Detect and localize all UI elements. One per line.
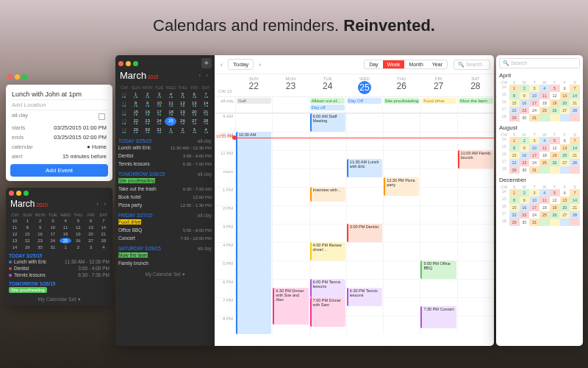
mini-day[interactable]: 11 bbox=[539, 92, 550, 99]
mini-day[interactable]: 9 bbox=[520, 144, 530, 152]
day-cell[interactable]: 15 bbox=[21, 231, 33, 237]
mini-day[interactable]: 2 bbox=[520, 137, 530, 144]
mini-day[interactable] bbox=[560, 166, 570, 174]
mini-day[interactable]: 17 bbox=[529, 204, 539, 211]
time-cell[interactable] bbox=[457, 169, 494, 187]
allday-event[interactable]: Day off bbox=[310, 105, 345, 110]
day-cell[interactable]: 13 bbox=[118, 117, 130, 126]
mini-day[interactable]: 14 bbox=[570, 144, 580, 152]
time-cell[interactable] bbox=[235, 113, 272, 132]
mini-day[interactable]: 24 bbox=[529, 211, 539, 219]
time-cell[interactable] bbox=[272, 169, 309, 187]
day-cell[interactable]: 15 bbox=[130, 108, 142, 117]
mini-day[interactable]: 31 bbox=[529, 114, 539, 121]
day-cell[interactable]: 10 bbox=[9, 218, 21, 224]
allday-cell[interactable]: Site proofreading bbox=[382, 97, 421, 113]
mini-day[interactable]: 22 bbox=[509, 211, 520, 219]
mini-day[interactable]: 31 bbox=[529, 166, 539, 174]
calendar-event[interactable]: 11:00 AM Family brunch bbox=[458, 150, 493, 169]
mini-day[interactable]: 6 bbox=[560, 137, 570, 144]
day-cell[interactable]: 26 bbox=[72, 238, 84, 244]
day-cell[interactable]: 14 bbox=[9, 244, 21, 250]
mini-day[interactable]: 21 bbox=[570, 204, 580, 211]
day-cell[interactable]: 6 bbox=[188, 91, 200, 99]
allday-cell[interactable]: Day Off bbox=[345, 97, 382, 113]
event-title-input[interactable]: Lunch with John at 1pm bbox=[10, 89, 108, 100]
day-cell[interactable]: 23 bbox=[35, 238, 46, 244]
day-cell[interactable]: 14 bbox=[118, 126, 130, 135]
mini-day[interactable]: 17 bbox=[529, 99, 539, 107]
mini-day[interactable]: 23 bbox=[520, 159, 530, 166]
mini-day[interactable]: 28 bbox=[570, 159, 580, 166]
time-cell[interactable] bbox=[383, 224, 420, 242]
mini-day[interactable]: 26 bbox=[550, 159, 560, 166]
allday-tag[interactable]: Mow the lawn bbox=[118, 252, 148, 258]
event-row[interactable]: Tennis lessons6:30 - 7:00 PM bbox=[118, 160, 212, 168]
mini-day[interactable]: 28 bbox=[570, 107, 580, 114]
event-row[interactable]: Office BBQ5:00 - 6:00 PM bbox=[118, 226, 212, 234]
day-cell[interactable]: 21 bbox=[200, 108, 212, 117]
mini-day[interactable]: 30 bbox=[520, 166, 530, 174]
time-cell[interactable] bbox=[272, 224, 309, 242]
day-cell[interactable]: 4 bbox=[98, 244, 110, 250]
mini-day[interactable]: 4 bbox=[539, 189, 550, 197]
day-cell[interactable]: 22 bbox=[130, 117, 142, 126]
day-cell[interactable]: 12 bbox=[9, 231, 21, 237]
allday-cell[interactable]: Golf bbox=[235, 97, 272, 113]
time-cell[interactable] bbox=[420, 132, 456, 150]
time-cell[interactable] bbox=[346, 316, 383, 334]
time-cell[interactable] bbox=[420, 224, 456, 242]
mini-day[interactable]: 27 bbox=[560, 159, 570, 166]
day-cell[interactable]: 17 bbox=[154, 108, 165, 117]
mini-day[interactable]: 22 bbox=[509, 159, 520, 166]
event-location-input[interactable]: Add Location bbox=[10, 100, 108, 110]
day-cell[interactable]: 1 bbox=[165, 126, 176, 135]
mini-day[interactable]: 4 bbox=[539, 85, 550, 92]
mini-day[interactable]: 19 bbox=[550, 152, 560, 159]
mini-day[interactable]: 6 bbox=[560, 189, 570, 197]
day-cell[interactable]: 13 bbox=[9, 238, 21, 244]
day-cell[interactable]: 6 bbox=[85, 218, 97, 224]
allday-event[interactable]: Allison out of... bbox=[310, 98, 345, 104]
time-cell[interactable] bbox=[346, 242, 383, 261]
day-cell[interactable]: 12 bbox=[72, 224, 84, 230]
calendar-event[interactable]: 4:00 PM Renew driver'... bbox=[310, 242, 345, 261]
day-header[interactable]: SAT28 bbox=[457, 74, 494, 96]
time-cell[interactable] bbox=[272, 261, 309, 279]
day-cell[interactable]: 22 bbox=[21, 238, 33, 244]
event-row[interactable]: Take out the trash6:30 - 7:00 AM bbox=[118, 185, 212, 193]
mini-day[interactable]: 27 bbox=[560, 211, 570, 219]
view-month[interactable]: Month bbox=[404, 60, 427, 68]
day-cell[interactable]: 16 bbox=[35, 231, 46, 237]
day-header[interactable]: SUN22 bbox=[235, 74, 272, 96]
time-cell[interactable] bbox=[383, 150, 420, 169]
mini-day[interactable]: 2 bbox=[520, 189, 530, 197]
mini-day[interactable]: 8 bbox=[509, 197, 520, 204]
prev-button[interactable]: ‹ bbox=[218, 61, 225, 68]
time-cell[interactable] bbox=[383, 205, 420, 224]
calendar-event[interactable]: 6:30 PM Dinner with Sue and Alex bbox=[273, 288, 308, 325]
day-cell[interactable]: 20 bbox=[188, 108, 200, 117]
day-header[interactable]: MON23 bbox=[272, 74, 309, 96]
day-cell[interactable]: 3 bbox=[47, 218, 59, 224]
view-year[interactable]: Year bbox=[428, 60, 447, 68]
event-row[interactable]: Book hotel12:00 PM bbox=[118, 193, 212, 201]
mini-day[interactable]: 5 bbox=[550, 85, 560, 92]
calendar-set-menu[interactable]: My Calendar Set ▾ bbox=[9, 297, 110, 302]
day-cell[interactable]: 3 bbox=[154, 91, 165, 99]
mini-day[interactable]: 30 bbox=[520, 219, 530, 226]
event-row[interactable]: Lunch with Eric11:30 AM - 12:30 PM bbox=[118, 144, 212, 152]
calendar-event[interactable]: 7:30 PM Concert bbox=[420, 306, 456, 328]
event-row[interactable]: Concert7:30 - 10:00 PM bbox=[118, 234, 212, 242]
time-cell[interactable] bbox=[346, 132, 383, 150]
mini-day[interactable]: 22 bbox=[509, 107, 520, 114]
mini-day[interactable]: 28 bbox=[570, 211, 580, 219]
day-cell[interactable]: 12 bbox=[118, 108, 130, 117]
add-event-button[interactable]: Add Event bbox=[10, 164, 108, 177]
time-cell[interactable] bbox=[309, 132, 346, 150]
allday-cell[interactable]: Allison out of...Day off bbox=[309, 97, 345, 113]
day-cell[interactable]: 8 bbox=[130, 99, 142, 108]
allday-tag[interactable]: Site proofreading bbox=[118, 178, 155, 183]
mini-day[interactable]: 19 bbox=[550, 99, 560, 107]
day-cell[interactable]: 18 bbox=[165, 108, 176, 117]
